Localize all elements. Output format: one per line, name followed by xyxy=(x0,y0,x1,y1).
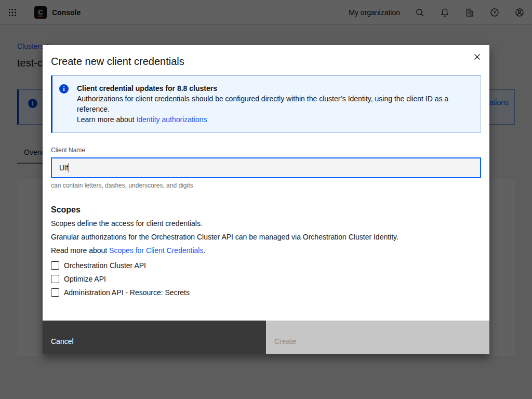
checkbox-administration-api-secrets[interactable]: Administration API - Resource: Secrets xyxy=(51,287,481,298)
info-icon: i xyxy=(59,84,69,94)
checkbox-icon[interactable] xyxy=(51,261,59,270)
modal-close-button[interactable] xyxy=(464,45,489,68)
checkbox-orchestration-cluster-api[interactable]: Orchestration Cluster API xyxy=(51,260,481,271)
identity-authorizations-link[interactable]: Identity authorizations xyxy=(136,115,207,124)
close-icon xyxy=(473,53,481,61)
checkbox-label: Administration API - Resource: Secrets xyxy=(64,287,190,298)
cancel-button[interactable]: Cancel xyxy=(43,321,266,354)
scopes-description-line2: Granular authorizations for the Orchestr… xyxy=(51,230,481,244)
scopes-read-more: Read more about Scopes for Client Creden… xyxy=(51,244,481,257)
client-name-input[interactable]: Ulf xyxy=(51,157,481,178)
notification-body: Authorizations for client credentials sh… xyxy=(77,94,466,114)
checkbox-icon[interactable] xyxy=(51,288,59,297)
checkbox-icon[interactable] xyxy=(51,275,59,283)
modal-footer: Cancel Create xyxy=(43,321,489,354)
info-notification: i Client credential updates for 8.8 clus… xyxy=(51,75,481,133)
client-name-helper-text: can contain letters, dashes, underscores… xyxy=(51,181,481,190)
checkbox-label: Orchestration Cluster API xyxy=(64,260,146,271)
modal-title: Create new client credentials xyxy=(51,55,464,68)
checkbox-optimize-api[interactable]: Optimize API xyxy=(51,274,481,284)
notification-title: Client credential updates for 8.8 cluste… xyxy=(77,83,466,94)
checkbox-label: Optimize API xyxy=(64,274,106,284)
client-name-value: Ulf xyxy=(59,164,68,172)
scopes-for-client-credentials-link[interactable]: Scopes for Client Credentials xyxy=(109,246,203,255)
notification-learn-more: Learn more about Identity authorizations xyxy=(77,114,466,125)
scopes-heading: Scopes xyxy=(51,204,481,216)
create-client-credentials-modal: Create new client credentials i Client c… xyxy=(43,45,489,354)
client-name-label: Client Name xyxy=(51,146,481,154)
create-button[interactable]: Create xyxy=(266,321,489,354)
text-cursor xyxy=(69,163,69,172)
scopes-description-line1: Scopes define the access for client cred… xyxy=(51,217,481,230)
